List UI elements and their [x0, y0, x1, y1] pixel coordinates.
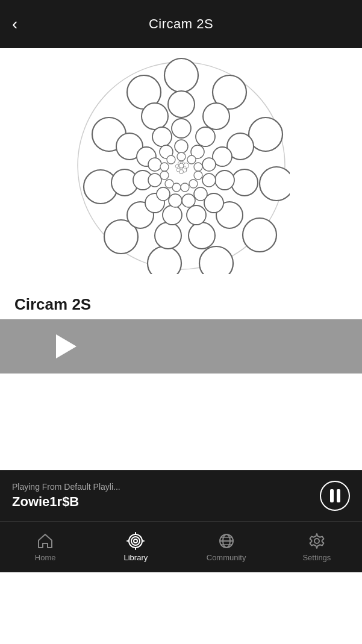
svg-point-34 — [175, 140, 188, 153]
nav-item-home[interactable]: Home — [0, 532, 90, 562]
svg-point-13 — [203, 103, 229, 130]
svg-point-42 — [148, 174, 161, 187]
community-icon — [217, 532, 236, 550]
action-bar — [0, 319, 362, 374]
nav-label-library: Library — [124, 553, 148, 562]
svg-point-4 — [260, 167, 290, 201]
svg-point-5 — [243, 218, 276, 252]
svg-point-7 — [148, 246, 181, 274]
nav-label-settings: Settings — [302, 553, 331, 562]
settings-icon — [308, 532, 326, 550]
svg-point-46 — [187, 155, 196, 164]
svg-point-36 — [202, 158, 216, 171]
svg-point-67 — [179, 163, 184, 168]
svg-point-60 — [176, 168, 180, 172]
svg-point-40 — [169, 194, 182, 207]
nav-label-community: Community — [207, 553, 246, 562]
pause-icon — [330, 489, 340, 502]
artwork-area — [0, 48, 362, 283]
page-title: Circam 2S — [149, 16, 213, 32]
svg-point-39 — [182, 194, 195, 207]
svg-point-28 — [187, 205, 206, 225]
nav-label-home: Home — [35, 553, 56, 562]
play-button[interactable] — [56, 334, 76, 358]
svg-point-47 — [194, 163, 202, 171]
header: ‹ Circam 2S — [0, 0, 362, 48]
nav-item-settings[interactable]: Settings — [272, 532, 362, 562]
svg-point-55 — [167, 155, 175, 164]
svg-point-37 — [202, 174, 216, 187]
svg-point-41 — [157, 187, 170, 201]
svg-point-38 — [194, 187, 207, 201]
svg-point-18 — [155, 222, 181, 249]
svg-point-6 — [199, 246, 233, 274]
content-spacer — [0, 374, 362, 470]
svg-point-17 — [189, 222, 215, 249]
svg-point-15 — [231, 169, 258, 196]
nav-item-community[interactable]: Community — [181, 532, 272, 562]
svg-point-48 — [194, 171, 202, 180]
track-name: Circam 2S — [14, 295, 91, 314]
svg-point-81 — [131, 537, 140, 545]
svg-point-45 — [177, 152, 186, 161]
now-playing-bar: Playing From Default Playli... Zowie1r$B — [0, 470, 362, 521]
svg-point-22 — [142, 103, 168, 130]
svg-point-12 — [168, 91, 195, 117]
svg-point-23 — [172, 119, 191, 138]
bottom-nav: Home Library Community Setting — [0, 521, 362, 572]
library-icon — [126, 532, 145, 550]
play-icon — [56, 334, 76, 358]
svg-point-24 — [196, 127, 215, 146]
now-playing-track: Zowie1r$B — [12, 494, 120, 510]
nav-item-library[interactable]: Library — [90, 532, 181, 562]
svg-point-64 — [184, 166, 186, 169]
svg-point-1 — [164, 58, 198, 92]
back-button[interactable]: ‹ — [12, 16, 17, 33]
svg-point-49 — [189, 180, 198, 188]
svg-point-29 — [163, 205, 182, 225]
svg-point-33 — [152, 127, 172, 146]
svg-point-50 — [181, 183, 189, 192]
pause-button[interactable] — [320, 481, 350, 511]
now-playing-info: Playing From Default Playli... Zowie1r$B — [12, 482, 120, 510]
now-playing-label: Playing From Default Playli... — [12, 482, 120, 492]
track-name-section: Circam 2S — [0, 283, 362, 319]
svg-point-53 — [160, 171, 169, 180]
svg-point-92 — [314, 539, 319, 543]
svg-point-82 — [134, 539, 137, 543]
svg-point-43 — [148, 158, 161, 171]
svg-point-52 — [165, 180, 173, 188]
svg-point-54 — [160, 163, 169, 171]
svg-point-26 — [215, 170, 234, 190]
home-icon — [36, 532, 54, 550]
artwork-image — [73, 57, 290, 274]
